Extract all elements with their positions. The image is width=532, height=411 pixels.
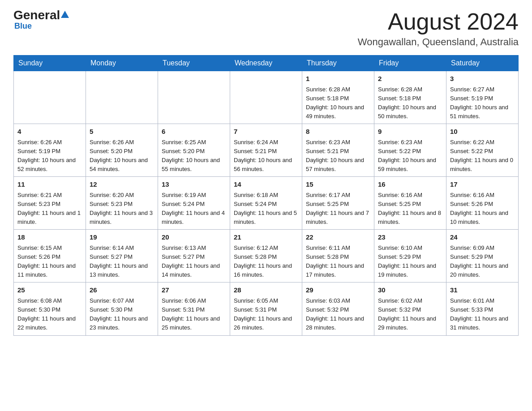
calendar-cell: 26Sunrise: 6:07 AMSunset: 5:30 PMDayligh…: [86, 283, 158, 335]
logo-blue-text: Blue: [14, 21, 32, 31]
calendar-cell: 10Sunrise: 6:22 AMSunset: 5:22 PMDayligh…: [446, 124, 519, 177]
weekday-header-saturday: Saturday: [446, 56, 519, 71]
title-block: August 2024 Wongawallan, Queensland, Aus…: [358, 9, 519, 48]
calendar-cell: [230, 71, 302, 124]
calendar-cell: 25Sunrise: 6:08 AMSunset: 5:30 PMDayligh…: [14, 283, 86, 335]
day-number: 31: [450, 285, 515, 295]
weekday-header-wednesday: Wednesday: [230, 56, 302, 71]
calendar-cell: 1Sunrise: 6:28 AMSunset: 5:18 PMDaylight…: [302, 71, 374, 124]
day-info: Sunrise: 6:08 AMSunset: 5:30 PMDaylight:…: [17, 296, 82, 333]
day-info: Sunrise: 6:16 AMSunset: 5:25 PMDaylight:…: [378, 191, 442, 227]
day-info: Sunrise: 6:23 AMSunset: 5:22 PMDaylight:…: [378, 138, 442, 174]
logo-triangle-icon: [61, 11, 69, 18]
day-info: Sunrise: 6:03 AMSunset: 5:32 PMDaylight:…: [306, 296, 370, 333]
day-number: 21: [234, 232, 298, 243]
day-number: 23: [378, 232, 442, 243]
calendar-cell: 3Sunrise: 6:27 AMSunset: 5:19 PMDaylight…: [446, 71, 519, 124]
calendar-cell: 19Sunrise: 6:14 AMSunset: 5:27 PMDayligh…: [86, 230, 158, 283]
day-info: Sunrise: 6:05 AMSunset: 5:31 PMDaylight:…: [234, 296, 298, 333]
calendar-cell: [158, 71, 230, 124]
logo: General Blue: [13, 9, 70, 31]
calendar-cell: [14, 71, 86, 124]
day-number: 9: [378, 127, 442, 137]
day-number: 1: [306, 74, 370, 84]
calendar-cell: 22Sunrise: 6:11 AMSunset: 5:28 PMDayligh…: [302, 230, 374, 283]
day-number: 11: [17, 180, 82, 190]
day-info: Sunrise: 6:13 AMSunset: 5:27 PMDaylight:…: [162, 244, 226, 280]
weekday-header-monday: Monday: [86, 56, 158, 71]
day-number: 6: [162, 127, 226, 137]
page-header: General Blue August 2024 Wongawallan, Qu…: [13, 9, 519, 48]
day-number: 24: [450, 232, 515, 243]
calendar-cell: 16Sunrise: 6:16 AMSunset: 5:25 PMDayligh…: [374, 177, 446, 230]
calendar-cell: 5Sunrise: 6:26 AMSunset: 5:20 PMDaylight…: [86, 124, 158, 177]
day-info: Sunrise: 6:01 AMSunset: 5:33 PMDaylight:…: [450, 296, 515, 333]
day-info: Sunrise: 6:20 AMSunset: 5:23 PMDaylight:…: [90, 191, 154, 227]
day-number: 27: [162, 285, 226, 295]
week-row-4: 18Sunrise: 6:15 AMSunset: 5:26 PMDayligh…: [14, 230, 519, 283]
day-number: 3: [450, 74, 515, 84]
weekday-header-sunday: Sunday: [14, 56, 86, 71]
day-info: Sunrise: 6:27 AMSunset: 5:19 PMDaylight:…: [450, 85, 515, 121]
day-info: Sunrise: 6:26 AMSunset: 5:19 PMDaylight:…: [17, 138, 82, 174]
day-info: Sunrise: 6:14 AMSunset: 5:27 PMDaylight:…: [90, 244, 154, 280]
day-number: 28: [234, 285, 298, 295]
weekday-header-tuesday: Tuesday: [158, 56, 230, 71]
day-number: 5: [90, 127, 154, 137]
calendar-cell: 6Sunrise: 6:25 AMSunset: 5:20 PMDaylight…: [158, 124, 230, 177]
day-number: 18: [17, 232, 82, 243]
day-number: 15: [306, 180, 370, 190]
day-info: Sunrise: 6:15 AMSunset: 5:26 PMDaylight:…: [17, 244, 82, 280]
calendar-cell: 17Sunrise: 6:16 AMSunset: 5:26 PMDayligh…: [446, 177, 519, 230]
calendar-cell: 8Sunrise: 6:23 AMSunset: 5:21 PMDaylight…: [302, 124, 374, 177]
day-number: 20: [162, 232, 226, 243]
day-info: Sunrise: 6:25 AMSunset: 5:20 PMDaylight:…: [162, 138, 226, 174]
day-info: Sunrise: 6:07 AMSunset: 5:30 PMDaylight:…: [90, 296, 154, 333]
day-number: 16: [378, 180, 442, 190]
day-info: Sunrise: 6:11 AMSunset: 5:28 PMDaylight:…: [306, 244, 370, 280]
calendar-cell: 2Sunrise: 6:28 AMSunset: 5:18 PMDaylight…: [374, 71, 446, 124]
day-number: 4: [17, 127, 82, 137]
week-row-1: 1Sunrise: 6:28 AMSunset: 5:18 PMDaylight…: [14, 71, 519, 124]
day-info: Sunrise: 6:12 AMSunset: 5:28 PMDaylight:…: [234, 244, 298, 280]
calendar-cell: 12Sunrise: 6:20 AMSunset: 5:23 PMDayligh…: [86, 177, 158, 230]
day-info: Sunrise: 6:17 AMSunset: 5:25 PMDaylight:…: [306, 191, 370, 227]
day-number: 29: [306, 285, 370, 295]
day-info: Sunrise: 6:06 AMSunset: 5:31 PMDaylight:…: [162, 296, 226, 333]
day-info: Sunrise: 6:21 AMSunset: 5:23 PMDaylight:…: [17, 191, 82, 227]
day-info: Sunrise: 6:24 AMSunset: 5:21 PMDaylight:…: [234, 138, 298, 174]
day-number: 14: [234, 180, 298, 190]
day-info: Sunrise: 6:26 AMSunset: 5:20 PMDaylight:…: [90, 138, 154, 174]
day-number: 17: [450, 180, 515, 190]
day-number: 7: [234, 127, 298, 137]
calendar-cell: 29Sunrise: 6:03 AMSunset: 5:32 PMDayligh…: [302, 283, 374, 335]
day-number: 2: [378, 74, 442, 84]
day-number: 8: [306, 127, 370, 137]
week-row-3: 11Sunrise: 6:21 AMSunset: 5:23 PMDayligh…: [14, 177, 519, 230]
calendar-cell: 31Sunrise: 6:01 AMSunset: 5:33 PMDayligh…: [446, 283, 519, 335]
day-number: 12: [90, 180, 154, 190]
location-title: Wongawallan, Queensland, Australia: [358, 36, 519, 48]
calendar-cell: 24Sunrise: 6:09 AMSunset: 5:29 PMDayligh…: [446, 230, 519, 283]
day-info: Sunrise: 6:28 AMSunset: 5:18 PMDaylight:…: [306, 85, 370, 121]
logo-general-text: General: [13, 9, 60, 21]
calendar-cell: 23Sunrise: 6:10 AMSunset: 5:29 PMDayligh…: [374, 230, 446, 283]
day-number: 26: [90, 285, 154, 295]
calendar-cell: [86, 71, 158, 124]
day-info: Sunrise: 6:22 AMSunset: 5:22 PMDaylight:…: [450, 138, 515, 174]
calendar-cell: 30Sunrise: 6:02 AMSunset: 5:32 PMDayligh…: [374, 283, 446, 335]
day-number: 10: [450, 127, 515, 137]
calendar-cell: 20Sunrise: 6:13 AMSunset: 5:27 PMDayligh…: [158, 230, 230, 283]
weekday-header-thursday: Thursday: [302, 56, 374, 71]
calendar-cell: 27Sunrise: 6:06 AMSunset: 5:31 PMDayligh…: [158, 283, 230, 335]
day-info: Sunrise: 6:28 AMSunset: 5:18 PMDaylight:…: [378, 85, 442, 121]
month-title: August 2024: [358, 9, 519, 34]
calendar-cell: 9Sunrise: 6:23 AMSunset: 5:22 PMDaylight…: [374, 124, 446, 177]
day-number: 13: [162, 180, 226, 190]
day-info: Sunrise: 6:19 AMSunset: 5:24 PMDaylight:…: [162, 191, 226, 227]
calendar-cell: 21Sunrise: 6:12 AMSunset: 5:28 PMDayligh…: [230, 230, 302, 283]
day-info: Sunrise: 6:02 AMSunset: 5:32 PMDaylight:…: [378, 296, 442, 333]
day-number: 22: [306, 232, 370, 243]
weekday-header-friday: Friday: [374, 56, 446, 71]
day-number: 30: [378, 285, 442, 295]
